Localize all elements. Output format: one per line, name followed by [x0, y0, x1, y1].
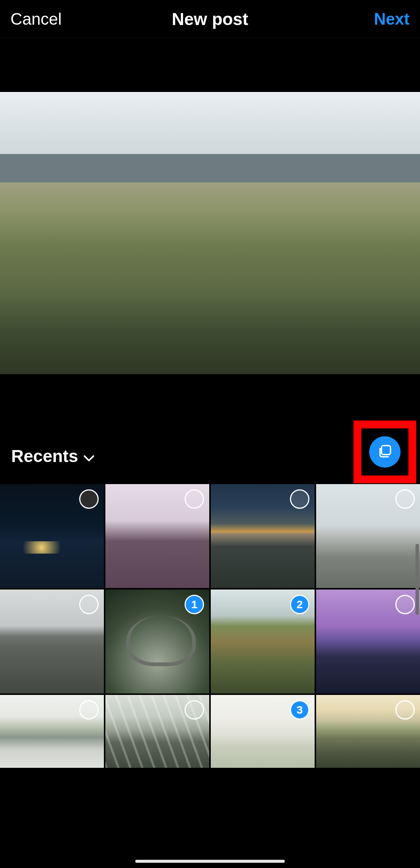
- cancel-button[interactable]: Cancel: [10, 10, 62, 28]
- photo-thumb[interactable]: 2: [211, 590, 315, 693]
- selection-indicator[interactable]: [395, 489, 415, 509]
- photo-thumb[interactable]: [0, 484, 104, 588]
- chevron-down-icon: [83, 446, 95, 466]
- photo-grid: 1 2: [0, 484, 420, 693]
- home-indicator[interactable]: [135, 860, 285, 863]
- photo-thumb[interactable]: [105, 484, 209, 588]
- album-row: Recents: [0, 428, 420, 484]
- preview-image[interactable]: [0, 92, 420, 374]
- photo-thumb[interactable]: [211, 484, 315, 588]
- photo-thumb[interactable]: [105, 695, 209, 768]
- photo-thumb[interactable]: [0, 695, 104, 768]
- photo-thumb[interactable]: [316, 484, 420, 588]
- photo-thumb[interactable]: 3: [211, 695, 315, 768]
- selection-indicator[interactable]: [185, 700, 204, 720]
- page-title: New post: [172, 9, 248, 29]
- selection-indicator[interactable]: [79, 595, 99, 614]
- selection-indicator[interactable]: [185, 489, 204, 509]
- selection-order-badge[interactable]: 3: [290, 700, 309, 720]
- selection-indicator[interactable]: [79, 700, 99, 720]
- grid-scrollbar[interactable]: [416, 544, 419, 615]
- album-label: Recents: [11, 446, 78, 466]
- selection-order-badge[interactable]: 1: [185, 595, 204, 614]
- photo-grid-row: 3: [0, 695, 420, 768]
- stack-icon: [377, 443, 393, 461]
- multi-select-button[interactable]: [369, 436, 401, 468]
- selection-indicator[interactable]: [79, 489, 99, 509]
- header-bar: Cancel New post Next: [0, 0, 420, 38]
- selection-indicator[interactable]: [395, 595, 415, 614]
- selection-indicator[interactable]: [395, 700, 415, 720]
- svg-rect-0: [382, 446, 390, 455]
- photo-thumb[interactable]: 1: [105, 590, 209, 693]
- photo-thumb[interactable]: [316, 695, 420, 768]
- selection-order-badge[interactable]: 2: [290, 595, 309, 614]
- annotation-highlight: [353, 421, 416, 483]
- photo-thumb[interactable]: [0, 590, 104, 693]
- selection-indicator[interactable]: [290, 489, 309, 509]
- next-button[interactable]: Next: [374, 10, 410, 28]
- preview-area[interactable]: [0, 38, 420, 428]
- album-picker[interactable]: Recents: [11, 446, 95, 466]
- photo-thumb[interactable]: [316, 590, 420, 693]
